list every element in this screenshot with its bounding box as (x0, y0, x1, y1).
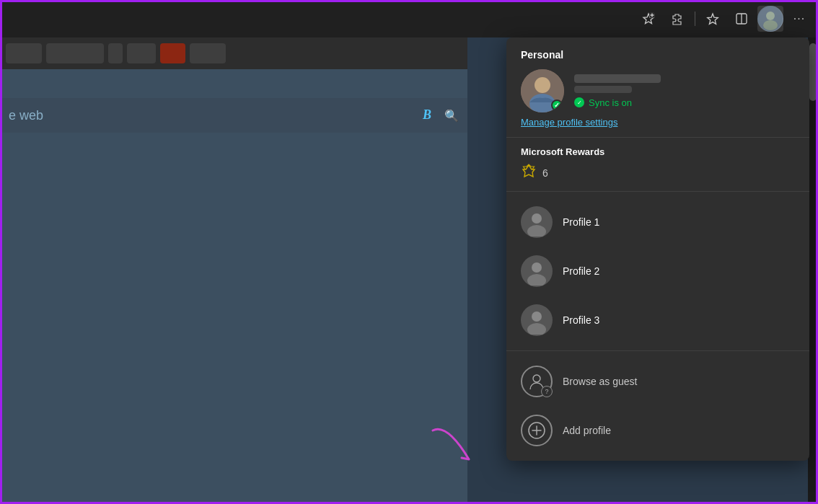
toolbar-divider (695, 12, 695, 26)
manage-profile-settings-link[interactable]: Manage profile settings (521, 117, 617, 128)
browse-guest-label: Browse as guest (563, 376, 638, 387)
svg-point-6 (766, 12, 775, 20)
profile-panel: Personal ✓ (506, 37, 809, 461)
add-to-favorites-button[interactable] (636, 6, 661, 32)
profile-2-item[interactable]: Profile 2 (506, 247, 809, 296)
tab-item[interactable] (108, 43, 123, 63)
ellipsis-icon: ··· (793, 12, 805, 25)
profile-1-item[interactable]: Profile 1 (506, 198, 809, 247)
rewards-row: 6 (521, 163, 795, 182)
bing-icon[interactable]: B (421, 105, 439, 126)
tab-item[interactable] (6, 43, 42, 63)
browse-as-guest-item[interactable]: ? Browse as guest (506, 357, 809, 406)
profile-3-avatar (521, 304, 553, 336)
profiles-list: Profile 1 Profile 2 Profile 3 (506, 192, 809, 351)
svg-point-21 (533, 375, 540, 382)
rewards-icon (521, 163, 537, 182)
tab-item[interactable] (190, 43, 226, 63)
svg-point-10 (535, 77, 550, 93)
tab-bar (0, 37, 467, 69)
sync-text: Sync is on (589, 97, 632, 108)
browser-toolbar: ··· (0, 0, 818, 37)
action-items: ? Browse as guest Add profile (506, 351, 809, 461)
extensions-button[interactable] (664, 6, 690, 32)
profile-name-blur (574, 74, 661, 83)
settings-button[interactable]: ··· (786, 6, 812, 32)
profile-details: ✓ Sync is on (574, 74, 795, 108)
profile-3-name: Profile 3 (563, 314, 599, 326)
sync-badge: ✓ (551, 100, 563, 111)
tab-item[interactable] (160, 43, 185, 63)
panel-section-title: Personal (521, 49, 795, 61)
sync-check-icon: ✓ (554, 102, 560, 109)
profile-2-name: Profile 2 (563, 265, 599, 277)
add-profile-item[interactable]: Add profile (506, 406, 809, 455)
scrollbar-track[interactable] (808, 37, 818, 504)
rewards-count: 6 (542, 167, 548, 179)
sync-status: ✓ Sync is on (574, 97, 795, 108)
panel-header: Personal ✓ (506, 37, 809, 138)
add-profile-label: Add profile (563, 425, 611, 436)
rewards-section: Microsoft Rewards 6 (506, 138, 809, 192)
profile-2-avatar (521, 255, 553, 287)
split-screen-button[interactable] (729, 6, 755, 32)
profile-button[interactable] (757, 6, 783, 32)
current-profile-avatar: ✓ (521, 69, 564, 112)
sync-dot-icon: ✓ (574, 97, 584, 107)
guest-question-icon: ? (541, 386, 553, 397)
tab-item[interactable] (46, 43, 104, 63)
svg-point-16 (532, 262, 542, 273)
profile-info-row: ✓ ✓ Sync is on (521, 69, 795, 112)
svg-point-7 (763, 20, 778, 30)
profile-1-avatar (521, 206, 553, 238)
browser-body (0, 69, 467, 504)
browse-guest-icon: ? (521, 366, 553, 397)
profile-3-item[interactable]: Profile 3 (506, 296, 809, 345)
scrollbar-thumb[interactable] (809, 43, 817, 101)
svg-text:B: B (422, 107, 431, 122)
svg-point-19 (532, 311, 542, 322)
tab-item[interactable] (127, 43, 156, 63)
profile-email-blur (574, 86, 632, 93)
rewards-title: Microsoft Rewards (521, 146, 795, 157)
svg-point-13 (532, 213, 542, 224)
search-bar: e web B 🔍 (0, 98, 467, 133)
profile-1-name: Profile 1 (563, 216, 599, 228)
sync-dot-check-icon: ✓ (577, 100, 582, 106)
search-button[interactable]: 🔍 (444, 109, 459, 123)
avatar (757, 6, 783, 32)
add-profile-icon (521, 415, 553, 446)
favorites-button[interactable] (700, 6, 726, 32)
search-text: e web (9, 108, 415, 123)
